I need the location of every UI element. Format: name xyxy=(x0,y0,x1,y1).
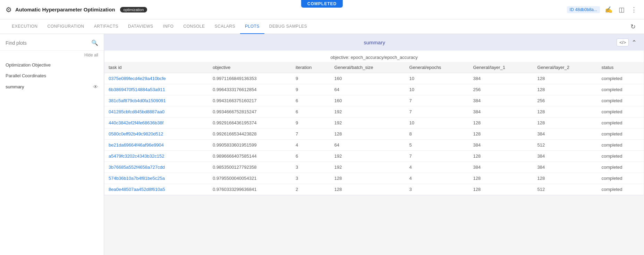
code-button[interactable]: </> xyxy=(617,38,629,46)
tab-execution[interactable]: EXECUTION xyxy=(7,19,43,34)
cell-iteration: 9 xyxy=(291,73,330,84)
col-epochs: General/epochs xyxy=(405,62,469,73)
cell-iteration: 4 xyxy=(291,140,330,151)
cell-layer2: 128 xyxy=(533,117,598,129)
cell-epochs: 10 xyxy=(405,73,469,84)
summary-header: summary </> ⌃ xyxy=(104,34,644,51)
collapse-button[interactable]: ⌃ xyxy=(632,39,637,46)
sidebar-item-summary[interactable]: summary 👁 xyxy=(0,81,104,93)
cell-epochs: 10 xyxy=(405,117,469,129)
task-id-link[interactable]: 3b76685a552f4658a727cdd xyxy=(109,165,165,170)
cell-iteration: 6 xyxy=(291,151,330,162)
sidebar-item-optimization-objective[interactable]: Optimization Objective xyxy=(0,60,104,70)
task-id-link[interactable]: be21da69664f46af96e9904 xyxy=(109,142,164,148)
sidebar-item-label: summary xyxy=(6,84,24,89)
cell-objective: 0.9760333299636841 xyxy=(209,184,291,195)
cell-epochs: 3 xyxy=(405,184,469,195)
tab-configuration[interactable]: CONFIGURATION xyxy=(43,19,89,34)
cell-objective: 0.9943166375160217 xyxy=(209,95,291,106)
tab-plots[interactable]: PLOTS xyxy=(240,19,264,34)
tab-artifacts[interactable]: ARTIFACTS xyxy=(89,19,123,34)
table-row: 574b36b10a7b4f81be5c25a 0.97955000400543… xyxy=(104,173,644,184)
cell-iteration: 7 xyxy=(291,129,330,140)
cell-task-id: 6b3869470f514884a53a911 xyxy=(104,84,209,95)
comment-button[interactable]: ✍ xyxy=(603,5,614,15)
cell-task-id: 3b76685a552f4658a727cdd xyxy=(104,162,209,173)
table-row: a5479fc3202c4343b32c152 0.98966664075851… xyxy=(104,151,644,162)
cell-batch-size: 128 xyxy=(330,173,405,184)
sidebar: 🔍 Hide all Optimization Objective Parall… xyxy=(0,34,104,255)
cell-objective: 0.9853500127792358 xyxy=(209,162,291,173)
app-icon: ⚙ xyxy=(6,6,12,14)
cell-status: completed xyxy=(598,129,644,140)
cell-layer2: 128 xyxy=(533,73,598,84)
cell-objective: 0.9934666752815247 xyxy=(209,106,291,117)
cell-iteration: 2 xyxy=(291,184,330,195)
col-batch-size: General/batch_size xyxy=(330,62,405,73)
hide-all-button[interactable]: Hide all xyxy=(0,51,104,60)
sidebar-item-parallel-coordinates[interactable]: Parallel Coordinates xyxy=(0,70,104,81)
task-id-link[interactable]: 6b3869470f514884a53a911 xyxy=(109,87,165,92)
sidebar-section-label: Parallel Coordinates xyxy=(6,73,46,78)
eye-icon[interactable]: 👁 xyxy=(93,84,98,90)
table-row: be21da69664f46af96e9904 0.99058336019515… xyxy=(104,140,644,151)
cell-batch-size: 192 xyxy=(330,117,405,129)
cell-status: completed xyxy=(598,95,644,106)
cell-layer2: 128 xyxy=(533,84,598,95)
cell-layer2: 384 xyxy=(533,162,598,173)
cell-epochs: 4 xyxy=(405,173,469,184)
cell-status: completed xyxy=(598,173,644,184)
tab-scalars[interactable]: SCALARS xyxy=(210,19,240,34)
tab-debug-samples[interactable]: DEBUG SAMPLES xyxy=(264,19,312,34)
summary-header-actions: </> ⌃ xyxy=(617,38,637,46)
cell-layer2: 128 xyxy=(533,106,598,117)
task-id-link[interactable]: a5479fc3202c4343b32c152 xyxy=(109,153,164,159)
cell-epochs: 5 xyxy=(405,140,469,151)
cell-objective: 0.9905833601951599 xyxy=(209,140,291,151)
col-layer-2: General/layer_2 xyxy=(533,62,598,73)
task-id-link[interactable]: 041285cbfcd845bd8887aa0 xyxy=(109,109,164,114)
table-header: task id objective iteration General/batc… xyxy=(104,62,644,73)
top-bar-left: ⚙ Automatic Hyperparameter Optimization … xyxy=(6,6,567,14)
cell-epochs: 4 xyxy=(405,162,469,173)
cell-task-id: 574b36b10a7b4f81be5c25a xyxy=(104,173,209,184)
cell-task-id: 041285cbfcd845bd8887aa0 xyxy=(104,106,209,117)
search-input[interactable] xyxy=(6,40,91,46)
cell-status: completed xyxy=(598,84,644,95)
cell-status: completed xyxy=(598,117,644,129)
id-badge: ID 48db0b8a... xyxy=(567,6,600,13)
task-id-link[interactable]: 8ea0e48507aa452d8f610a5 xyxy=(109,187,165,192)
tab-dataviews[interactable]: DATAVIEWS xyxy=(123,19,158,34)
col-iteration: iteration xyxy=(291,62,330,73)
cell-task-id: 8ea0e48507aa452d8f610a5 xyxy=(104,184,209,195)
cell-iteration: 6 xyxy=(291,106,330,117)
task-id-link[interactable]: 440c3842ef2f4fe68636b38f xyxy=(109,120,163,125)
summary-title: summary xyxy=(132,39,617,45)
cell-batch-size: 192 xyxy=(330,106,405,117)
table-row: 381c5af879cb4d0fa1509091 0.9943166375160… xyxy=(104,95,644,106)
cell-epochs: 8 xyxy=(405,129,469,140)
cell-objective: 0.9929166436195374 xyxy=(209,117,291,129)
completed-banner: COMPLETED xyxy=(301,0,343,8)
cell-status: completed xyxy=(598,73,644,84)
task-id-link[interactable]: 574b36b10a7b4f81be5c25a xyxy=(109,176,165,181)
cell-batch-size: 64 xyxy=(330,84,405,95)
menu-button[interactable]: ⋮ xyxy=(629,5,638,15)
task-id-link[interactable]: 381c5af879cb4d0fa1509091 xyxy=(109,98,166,103)
tab-console[interactable]: CONSOLE xyxy=(178,19,210,34)
col-objective: objective xyxy=(209,62,291,73)
cell-status: completed xyxy=(598,140,644,151)
tab-info[interactable]: INFO xyxy=(158,19,179,34)
task-id-link[interactable]: 0375e089fecd4e29a410bcfe xyxy=(109,76,166,81)
cell-epochs: 7 xyxy=(405,151,469,162)
split-button[interactable]: ◫ xyxy=(617,5,626,15)
task-id-link[interactable]: 0580c0eff92b49c9820d512 xyxy=(109,131,163,137)
cell-batch-size: 128 xyxy=(330,129,405,140)
nav-tabs-right: ↻ xyxy=(629,21,637,32)
search-icon[interactable]: 🔍 xyxy=(91,39,98,46)
cell-objective: 0.9896666407585144 xyxy=(209,151,291,162)
cell-status: completed xyxy=(598,151,644,162)
cell-iteration: 9 xyxy=(291,84,330,95)
refresh-button[interactable]: ↻ xyxy=(629,21,637,32)
cell-layer2: 384 xyxy=(533,129,598,140)
